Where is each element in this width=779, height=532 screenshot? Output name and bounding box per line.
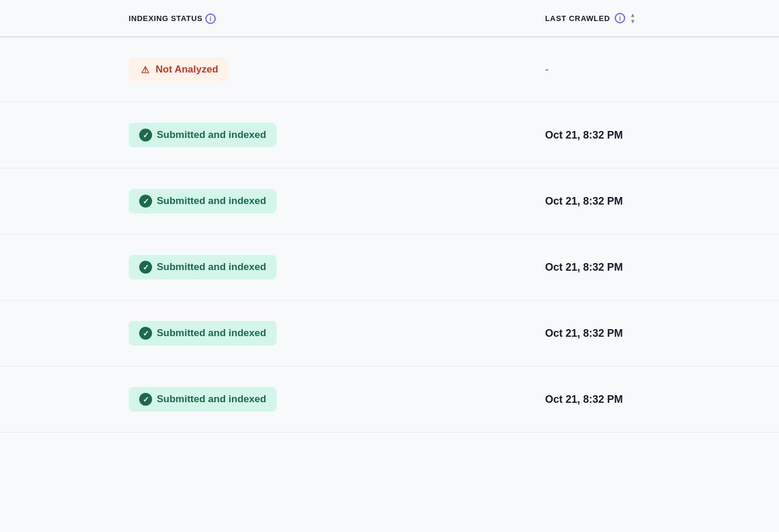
badge-label: Not Analyzed bbox=[156, 64, 218, 75]
last-crawled-column-header: LAST CRAWLED i ▲ ▼ bbox=[545, 12, 779, 25]
indexing-status-info-icon[interactable]: i bbox=[205, 13, 216, 24]
badge-label: Submitted and indexed bbox=[157, 261, 266, 273]
indexing-status-column-header: INDEXING STATUS i bbox=[0, 13, 545, 24]
indexing-table: INDEXING STATUS i LAST CRAWLED i ▲ ▼ ⚠No… bbox=[0, 0, 779, 433]
badge-label: Submitted and indexed bbox=[157, 195, 266, 207]
warning-icon: ⚠ bbox=[139, 64, 151, 75]
checkmark-icon: ✓ bbox=[139, 327, 152, 340]
table-row: ✓Submitted and indexedOct 21, 8:32 PM bbox=[0, 300, 779, 367]
crawled-date: Oct 21, 8:32 PM bbox=[545, 327, 623, 339]
table-row: ✓Submitted and indexedOct 21, 8:32 PM bbox=[0, 367, 779, 433]
crawled-date: Oct 21, 8:32 PM bbox=[545, 195, 623, 207]
last-crawled-cell: Oct 21, 8:32 PM bbox=[545, 129, 779, 141]
status-cell: ✓Submitted and indexed bbox=[0, 189, 545, 213]
sort-down-icon: ▼ bbox=[630, 18, 636, 25]
status-cell: ✓Submitted and indexed bbox=[0, 387, 545, 412]
last-crawled-cell: - bbox=[545, 64, 779, 76]
last-crawled-cell: Oct 21, 8:32 PM bbox=[545, 195, 779, 208]
last-crawled-cell: Oct 21, 8:32 PM bbox=[545, 327, 779, 340]
crawled-date: Oct 21, 8:32 PM bbox=[545, 393, 623, 405]
crawled-date: Oct 21, 8:32 PM bbox=[545, 129, 623, 141]
status-badge: ✓Submitted and indexed bbox=[129, 255, 277, 279]
status-cell: ⚠Not Analyzed bbox=[0, 58, 545, 81]
checkmark-icon: ✓ bbox=[139, 261, 152, 274]
status-cell: ✓Submitted and indexed bbox=[0, 321, 545, 346]
table-row: ✓Submitted and indexedOct 21, 8:32 PM bbox=[0, 234, 779, 300]
checkmark-icon: ✓ bbox=[139, 195, 152, 208]
checkmark-icon: ✓ bbox=[139, 129, 152, 141]
status-cell: ✓Submitted and indexed bbox=[0, 123, 545, 147]
last-crawled-cell: Oct 21, 8:32 PM bbox=[545, 261, 779, 274]
last-crawled-cell: Oct 21, 8:32 PM bbox=[545, 393, 779, 406]
last-crawled-info-icon[interactable]: i bbox=[615, 13, 625, 23]
status-badge: ✓Submitted and indexed bbox=[129, 189, 277, 213]
badge-label: Submitted and indexed bbox=[157, 327, 266, 339]
crawled-date: Oct 21, 8:32 PM bbox=[545, 261, 623, 273]
last-crawled-label: LAST CRAWLED bbox=[545, 14, 610, 23]
crawled-dash: - bbox=[545, 64, 549, 75]
status-badge: ✓Submitted and indexed bbox=[129, 123, 277, 147]
table-row: ✓Submitted and indexedOct 21, 8:32 PM bbox=[0, 102, 779, 168]
status-badge: ✓Submitted and indexed bbox=[129, 387, 277, 412]
checkmark-icon: ✓ bbox=[139, 393, 152, 406]
sort-up-icon: ▲ bbox=[630, 12, 636, 18]
table-body: ⚠Not Analyzed-✓Submitted and indexedOct … bbox=[0, 37, 779, 433]
status-badge: ✓Submitted and indexed bbox=[129, 321, 277, 346]
status-cell: ✓Submitted and indexed bbox=[0, 255, 545, 279]
table-header: INDEXING STATUS i LAST CRAWLED i ▲ ▼ bbox=[0, 0, 779, 37]
table-row: ⚠Not Analyzed- bbox=[0, 37, 779, 102]
sort-button[interactable]: ▲ ▼ bbox=[630, 12, 636, 25]
status-badge: ⚠Not Analyzed bbox=[129, 58, 229, 81]
badge-label: Submitted and indexed bbox=[157, 129, 266, 141]
indexing-status-label: INDEXING STATUS bbox=[129, 14, 202, 23]
table-row: ✓Submitted and indexedOct 21, 8:32 PM bbox=[0, 168, 779, 234]
badge-label: Submitted and indexed bbox=[157, 393, 266, 405]
